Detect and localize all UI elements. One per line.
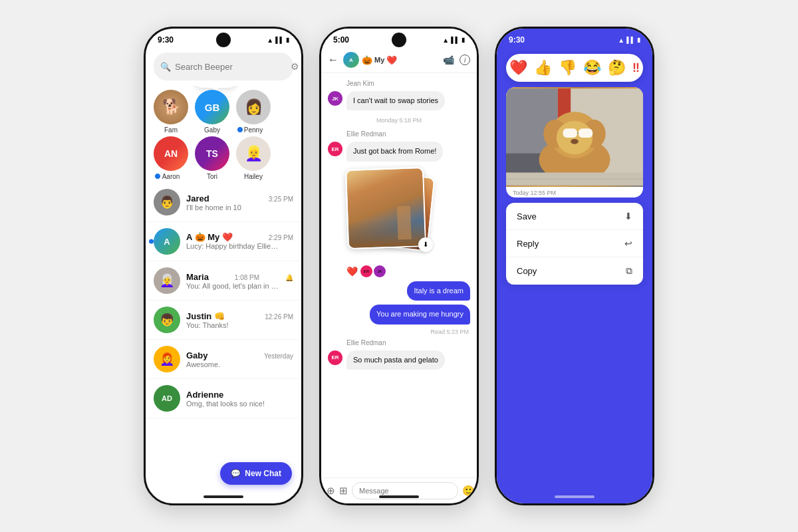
msg-name-justin: Justin 👊 <box>186 311 225 321</box>
dog-photo <box>506 87 643 187</box>
msg-content-group: A 🎃 My ❤️ 2:29 PM Lucy: Happy birthday E… <box>186 232 293 251</box>
status-icons-2: ▲ ▌▌ ▮ <box>442 37 465 44</box>
time-2: 5:00 <box>333 35 349 45</box>
home-indicator-3[interactable] <box>555 495 595 498</box>
sticker-icon[interactable]: ⊞ <box>339 485 348 497</box>
story-item-fam[interactable]: 🐕 Fam <box>154 90 188 134</box>
list-item[interactable]: 👩‍🦰 Gaby Yesterday Awesome. <box>146 340 301 379</box>
search-bar[interactable]: 🔍 ⚙ AD <box>154 53 293 80</box>
bubble-mine-1[interactable]: Italy is a dream <box>407 281 470 301</box>
chat-header: ← A 🎃 My ❤️ 📹 i <box>321 47 477 73</box>
story-item-penny[interactable]: 👩 Penny <box>236 90 271 134</box>
chat-row: ER So much pasta and gelato <box>328 350 470 370</box>
sender-label: Ellie Redman <box>346 130 470 138</box>
story-avatar-gaby[interactable]: GB <box>195 90 229 124</box>
avatar-ellie: ER <box>328 142 342 156</box>
list-item[interactable]: 👨 Jared 3:25 PM I'll be home in 10 <box>146 183 301 222</box>
avatar-adrienne: AD <box>154 385 180 412</box>
reaction-btn-think[interactable]: 🤔 <box>608 59 626 76</box>
bubble-theirs[interactable]: So much pasta and gelato <box>346 350 445 370</box>
dog-image <box>506 87 643 187</box>
battery-icon-3: ▮ <box>637 37 640 43</box>
copy-icon: ⧉ <box>626 265 632 277</box>
story-bubble-gaby: Welcome toblue bubbles! <box>195 86 236 88</box>
story-avatar-tori[interactable]: TS <box>195 136 229 171</box>
chat-avatar-1: A <box>342 51 360 68</box>
svg-point-12 <box>571 139 579 144</box>
video-icon[interactable]: 📹 <box>443 55 454 65</box>
photo-timestamp: Today 12:55 PM <box>506 187 643 198</box>
story-item-aaron[interactable]: AN Aaron <box>154 136 188 180</box>
list-item[interactable]: AD Adrienne Omg, that looks so nice! <box>146 379 301 418</box>
msg-name-jared: Jared <box>186 194 209 203</box>
msg-time-group: 2:29 PM <box>269 234 293 241</box>
new-chat-button[interactable]: 💬 New Chat <box>220 462 292 485</box>
story-item-hailey[interactable]: 👱‍♀️ Hailey <box>236 136 271 180</box>
reply-label: Reply <box>517 239 539 249</box>
reaction-heart: ❤️ <box>346 266 358 277</box>
story-label-penny: Penny <box>244 126 263 134</box>
photo-stack[interactable]: ⬇ <box>346 168 440 261</box>
chat-row: JK I can't wait to swap stories <box>328 91 470 110</box>
story-avatar-fam[interactable]: 🐕 <box>154 90 188 124</box>
home-indicator-2[interactable] <box>379 495 419 498</box>
reaction-btn-thumbsdown[interactable]: 👎 <box>559 59 577 76</box>
chat-row-mine: Italy is a dream <box>328 281 470 301</box>
reaction-btn-laugh[interactable]: 😂 <box>583 59 601 76</box>
home-indicator[interactable] <box>203 495 243 498</box>
context-menu: Save ⬇ Reply ↩ Copy ⧉ <box>506 203 643 285</box>
reply-icon: ↩ <box>624 238 632 249</box>
download-button[interactable]: ⬇ <box>418 237 433 252</box>
story-item-tori[interactable]: TS Tori <box>195 136 229 180</box>
story-row-2: AN Aaron TS Tori 👱‍♀️ Hailey <box>146 136 301 183</box>
chat-avatars: A 🎃 My ❤️ <box>342 51 397 68</box>
avatar-ellie-2: ER <box>328 350 342 365</box>
time-1: 9:30 <box>158 35 174 45</box>
emoji-reaction-bar[interactable]: ❤️ 👍 👎 😂 🤔 ‼️ <box>506 54 643 82</box>
battery-icon-2: ▮ <box>462 37 465 43</box>
msg-preview-justin: You: Thanks! <box>186 321 279 329</box>
msg-time-justin: 12:26 PM <box>265 313 293 321</box>
story-avatar-hailey[interactable]: 👱‍♀️ <box>236 136 271 171</box>
penny-unread-dot <box>237 126 243 133</box>
reaction-btn-thumbsup[interactable]: 👍 <box>534 59 552 76</box>
context-copy[interactable]: Copy ⧉ <box>506 257 643 285</box>
pumpkin-emoji: 🎃 <box>362 55 372 65</box>
story-avatar-aaron[interactable]: AN <box>154 136 188 171</box>
story-label-fam: Fam <box>164 126 178 134</box>
gear-icon[interactable]: ⚙ <box>291 61 299 72</box>
time-3: 9:30 <box>509 35 525 45</box>
msg-preview-maria: You: All good, let's plan in our meeting… <box>186 282 279 290</box>
chat-name-partial: My <box>374 56 384 64</box>
avatar-jared: 👨 <box>154 189 180 215</box>
dog-photo-message[interactable]: Today 12:55 PM <box>506 87 643 198</box>
reaction-btn-heart[interactable]: ❤️ <box>509 59 527 76</box>
bubble[interactable]: Just got back from Rome! <box>346 142 443 161</box>
list-item[interactable]: 👩‍🦳 Maria 1:08 PM 🔔 You: All good, let's… <box>146 261 301 301</box>
aaron-unread-dot <box>154 173 161 180</box>
search-input[interactable] <box>175 62 287 72</box>
notch-2 <box>392 33 406 47</box>
story-avatar-penny[interactable]: 👩 <box>236 90 271 124</box>
status-icons-1: ▲ ▌▌ ▮ <box>267 37 289 44</box>
reactions-row: ❤️ ER JK <box>346 265 470 277</box>
story-label-gaby: Gaby <box>204 126 220 134</box>
list-item[interactable]: A A 🎃 My ❤️ 2:29 PM Lucy: Happy birthday… <box>146 222 301 261</box>
bubble[interactable]: I can't wait to swap stories <box>346 91 445 110</box>
emoji-icon[interactable]: 🙂 <box>462 485 475 497</box>
info-icon[interactable]: i <box>460 55 470 65</box>
plus-icon[interactable]: ⊕ <box>327 485 335 497</box>
list-item[interactable]: 👦 Justin 👊 12:26 PM You: Thanks! <box>146 301 301 340</box>
avatar-jean: JK <box>328 91 342 106</box>
back-button[interactable]: ← <box>328 54 338 66</box>
read-receipt: Read 5:23 PM <box>328 329 469 335</box>
bubble-mine-2[interactable]: You are making me hungry <box>370 305 470 324</box>
msg-time-gaby: Yesterday <box>264 352 293 360</box>
msg-name-adrienne: Adrienne <box>186 390 223 400</box>
reaction-btn-exclaim[interactable]: ‼️ <box>632 61 640 75</box>
wifi-icon-2: ▲ <box>442 37 449 44</box>
chat-row: ER Just got back from Rome! <box>328 142 470 161</box>
context-save[interactable]: Save ⬇ <box>506 203 643 230</box>
story-item-gaby[interactable]: Welcome toblue bubbles! GB Gaby <box>195 90 229 134</box>
context-reply[interactable]: Reply ↩ <box>506 230 643 257</box>
